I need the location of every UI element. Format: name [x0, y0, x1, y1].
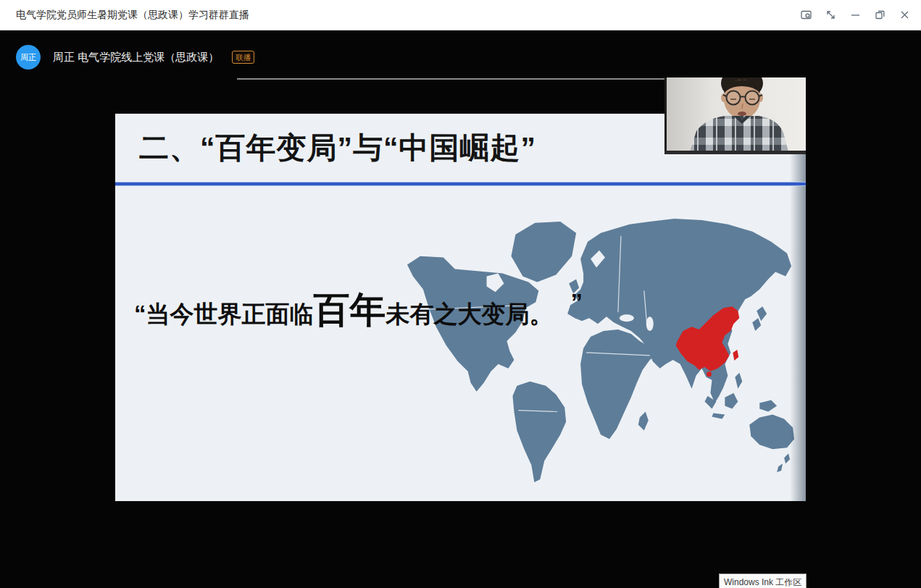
minimize-button[interactable]: [844, 4, 866, 26]
continent-greenland: [511, 222, 576, 282]
island-java: [712, 413, 725, 419]
island-borneo: [725, 393, 738, 409]
continent-australia: [749, 415, 794, 450]
slide-quote: “当今世界正面临 百年 未有之大变局。 ”: [134, 286, 583, 335]
float-window-icon: [800, 9, 812, 21]
presenter-avatar[interactable]: 周正: [16, 45, 41, 70]
quote-suffix: 未有之大变局。: [386, 298, 554, 331]
black-sea: [620, 314, 634, 322]
webcam-left-edge: [664, 77, 667, 154]
island-taiwan: [733, 350, 738, 361]
minimize-icon: [849, 9, 862, 21]
shared-slide: 二、“百年变局”与“中国崛起”: [115, 114, 806, 501]
fullscreen-icon: [825, 9, 837, 21]
close-icon: [899, 9, 911, 21]
presenter-video: [664, 77, 806, 154]
island-new-zealand-south: [777, 463, 783, 472]
window-titlebar: 电气学院党员师生暑期党课（思政课）学习群群直播: [0, 0, 921, 30]
webcam-bottom-strip: [664, 151, 806, 154]
island-madagascar: [638, 412, 649, 431]
person-nose: [742, 104, 743, 109]
maximize-icon: [874, 9, 886, 21]
slide-right-shade: [790, 154, 806, 501]
window-controls: [795, 4, 915, 26]
person-mouth: [738, 112, 746, 116]
float-window-button[interactable]: [795, 4, 817, 26]
presenter-webcam[interactable]: [664, 77, 806, 154]
presenter-name: 周正 电气学院线上党课（思政课）: [53, 51, 219, 64]
live-stage: 周正 周正 电气学院线上党课（思政课） 联播 二、“百年变局”与“中国崛起”: [0, 30, 921, 588]
island-new-zealand-north: [784, 453, 790, 463]
slide-heading: 二、“百年变局”与“中国崛起”: [139, 128, 536, 168]
island-hainan: [707, 371, 712, 377]
fullscreen-button[interactable]: [820, 4, 841, 26]
windows-ink-tooltip: Windows Ink 工作区: [719, 574, 807, 588]
window-title: 电气学院党员师生暑期党课（思政课）学习群群直播: [16, 9, 249, 22]
quote-close-mark: ”: [571, 289, 583, 316]
quote-prefix: “当今世界正面临: [134, 298, 314, 331]
close-button[interactable]: [893, 4, 915, 26]
world-map: [401, 204, 806, 485]
simulcast-badge: 联播: [232, 51, 254, 64]
maximize-button[interactable]: [869, 4, 891, 26]
quote-emphasis: 百年: [314, 286, 386, 335]
continent-south-america: [512, 382, 566, 482]
caspian-sea: [646, 316, 654, 331]
presenter-info: 周正 电气学院线上党课（思政课） 联播: [53, 45, 254, 70]
island-new-guinea: [759, 400, 777, 412]
island-philippines: [735, 373, 742, 389]
slide-accent-rule: [115, 182, 806, 185]
island-japan-south: [752, 318, 761, 331]
